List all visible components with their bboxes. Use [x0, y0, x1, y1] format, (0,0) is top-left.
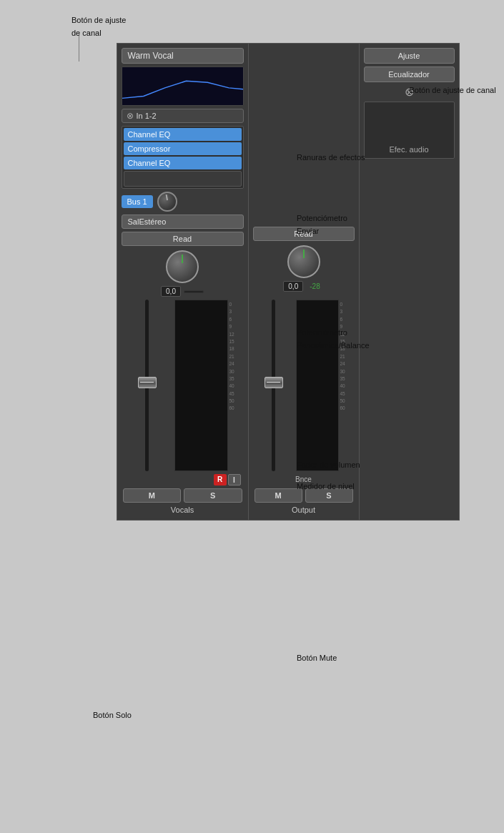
spacer-output [253, 208, 355, 224]
channel-strips: Warm Vocal ⊗ In 1-2 Channel EQ Compresso… [117, 43, 360, 521]
spacer-send [253, 181, 355, 205]
ann-mute-text: Botón Mute [297, 654, 337, 662]
meter-tick-12: 12 [229, 331, 244, 338]
preset-name-button[interactable]: Warm Vocal [122, 48, 244, 64]
pan-extra [184, 290, 204, 293]
efx-audio-area: Efec. audio [364, 102, 455, 159]
meter-tick-9: 9 [229, 323, 244, 330]
right-pan-number: 0,0 [283, 281, 303, 292]
record-input-row: R I [122, 474, 244, 485]
input-selector[interactable]: ⊗ In 1-2 [122, 109, 244, 123]
ann-solo: Botón Solo [93, 708, 132, 721]
meter-tick-35: 35 [229, 375, 244, 383]
spacer-effects [253, 109, 355, 178]
record-button[interactable]: R [214, 474, 227, 485]
effect-slot-4[interactable] [124, 171, 242, 187]
right-volume-fader[interactable] [253, 300, 295, 471]
fader-meter-section: 0 3 6 9 12 15 18 21 24 30 35 40 45 50 60 [122, 300, 244, 471]
send-knob[interactable] [157, 192, 177, 212]
ann-solo-text: Botón Solo [93, 711, 132, 719]
meter-tick-45: 45 [229, 390, 244, 398]
pan-knob[interactable] [166, 250, 199, 283]
right-fader-handle[interactable] [265, 377, 283, 388]
meter-tick-15: 15 [229, 338, 244, 345]
pan-section: 0,0 [122, 249, 244, 297]
right-pan-section: 0,0 -28 [253, 244, 355, 297]
bounce-label: Bnce [253, 474, 355, 485]
meter-tick-40: 40 [229, 383, 244, 390]
pan-number: 0,0 [161, 286, 181, 297]
meter-tick-0: 0 [229, 301, 244, 308]
meter-tick-30: 30 [229, 368, 244, 375]
left-channel-strip: Warm Vocal ⊗ In 1-2 Channel EQ Compresso… [117, 43, 249, 521]
mute-solo-row: M S [122, 488, 244, 503]
ann-mute: Botón Mute [297, 651, 337, 664]
level-meter [174, 300, 228, 471]
right-automation-mode-button[interactable]: Read [253, 227, 355, 241]
automation-mode-button[interactable]: Read [122, 232, 244, 246]
meter-scale: 0 3 6 9 12 15 18 21 24 30 35 40 45 50 60 [229, 300, 244, 471]
right-solo-button[interactable]: S [305, 488, 353, 503]
channel-name-label: Vocals [122, 506, 244, 514]
ann-canal-btn: Botón de ajustede canal [71, 13, 126, 39]
ann-canal-text: Botón de ajuste de canal [410, 86, 496, 94]
effect-slot-3[interactable]: Channel EQ [124, 157, 242, 169]
eq-curve-display [122, 66, 244, 106]
ann-canal-line [79, 33, 122, 61]
right-channel-strip: Read 0,0 -28 0 [249, 43, 360, 521]
right-mute-button[interactable]: M [255, 488, 302, 503]
meter-tick-50: 50 [229, 398, 244, 405]
right-pan-knob[interactable] [287, 245, 320, 278]
meter-tick-3: 3 [229, 308, 244, 315]
send-section: Bus 1 [122, 192, 244, 212]
right-meter-scale: 0 3 6 9 12 15 18 21 24 30 35 40 45 50 60 [340, 300, 355, 471]
effects-slots: Channel EQ Compressor Channel EQ [122, 126, 244, 189]
spacer-input [253, 90, 355, 106]
ajuste-button[interactable]: Ajuste [364, 48, 455, 64]
solo-button[interactable]: S [184, 488, 242, 503]
right-channel-name-label: Output [253, 506, 355, 514]
efx-audio-label: Efec. audio [389, 145, 428, 154]
svg-rect-0 [122, 67, 243, 105]
right-pan-value-row: 0,0 -28 [283, 281, 323, 292]
output-selector-button[interactable]: SalEstéreo [122, 215, 244, 229]
ecualizador-button[interactable]: Ecualizador [364, 66, 455, 82]
effect-slot-1[interactable]: Channel EQ [124, 128, 242, 141]
settings-spacer [364, 162, 455, 197]
right-pan-extra: -28 [306, 282, 323, 291]
meter-tick-21: 21 [229, 353, 244, 360]
meter-tick-6: 6 [229, 316, 244, 323]
pan-value-row: 0,0 [161, 286, 204, 297]
fader-handle[interactable] [138, 377, 157, 388]
right-level-meter [296, 300, 339, 471]
input-label: In 1-2 [137, 112, 157, 120]
link-icon: ⊗ [127, 111, 134, 121]
spacer-eq [253, 48, 355, 87]
volume-fader[interactable] [122, 300, 174, 471]
send-bus-button[interactable]: Bus 1 [122, 195, 153, 208]
right-mute-solo-row: M S [253, 488, 355, 503]
meter-tick-60: 60 [229, 405, 244, 412]
settings-panel: Ajuste Ecualizador ⊗ Efec. audio [360, 43, 460, 521]
meter-tick-18: 18 [229, 345, 244, 353]
mixer-layout: Warm Vocal ⊗ In 1-2 Channel EQ Compresso… [117, 43, 460, 521]
input-monitor-button[interactable]: I [228, 474, 241, 485]
ann-canal-text: Botón de ajustede canal [71, 16, 126, 37]
meter-tick-24: 24 [229, 360, 244, 368]
right-fader-meter-section: 0 3 6 9 12 15 18 21 24 30 35 40 45 50 60 [253, 300, 355, 471]
mute-button[interactable]: M [123, 488, 182, 503]
effect-slot-2[interactable]: Compressor [124, 142, 242, 155]
